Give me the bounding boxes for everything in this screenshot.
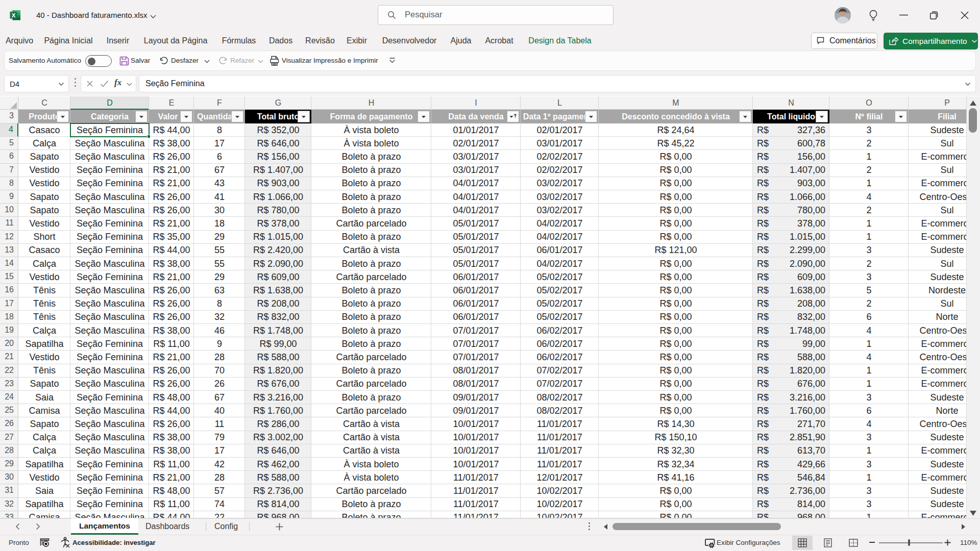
svg-text:X: X <box>12 12 16 18</box>
